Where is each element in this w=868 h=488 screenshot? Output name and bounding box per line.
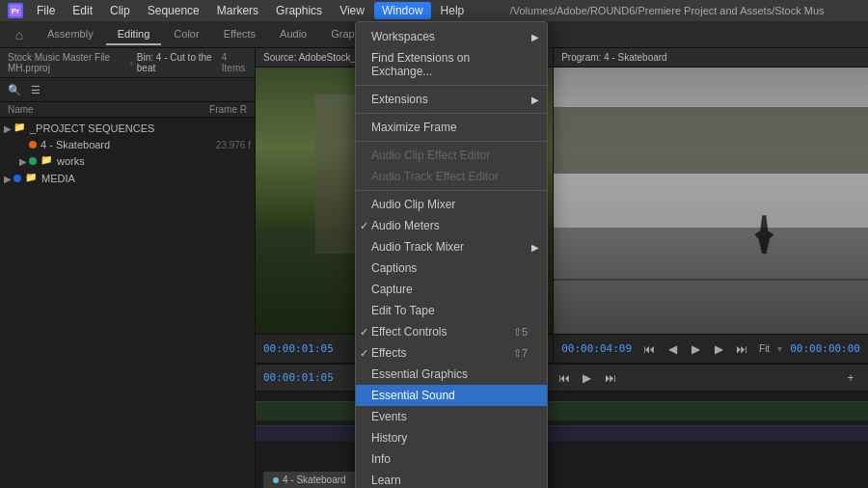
col-name: Name [8,104,34,115]
fit-label: Fit [759,343,770,354]
menu-item-label: Workspaces [371,30,435,43]
timeline-tab[interactable]: 4 - Skateboard [263,472,356,488]
menu-item-label: Audio Track Mixer [371,240,464,254]
menu-item-maximize-frame[interactable]: Maximize Frame [356,117,547,138]
list-icon[interactable]: ☰ [27,81,44,98]
color-indicator [14,175,21,182]
menu-item-captions[interactable]: Captions [356,258,547,279]
menu-item-edit-to-tape[interactable]: Edit To Tape [356,300,547,321]
menu-item-info[interactable]: Info [356,448,547,470]
menu-item-events[interactable]: Events [356,406,547,427]
menu-item-audio-clip-effect-editor: Audio Clip Effect Editor [356,145,547,166]
menu-graphics[interactable]: Graphics [268,2,330,19]
program-panel: Program: 4 - Skateboard 00:0 [554,48,868,363]
menu-item-effects[interactable]: ✓Effects⇧7 [356,342,547,364]
menu-item-audio-meters[interactable]: ✓Audio Meters [356,215,547,236]
menu-item-label: Extensions [371,93,428,106]
menu-item-label: Maximize Frame [371,121,457,134]
menu-item-label: Edit To Tape [371,304,435,317]
menu-item-label: Audio Clip Mixer [371,198,455,211]
program-timecode2: 00:00:00:00 [790,342,860,355]
menu-item-label: History [371,431,407,445]
tab-effects[interactable]: Effects [212,24,267,45]
project-title: Stock Music Master File MH.prproj [8,52,125,73]
menu-item-audio-clip-mixer[interactable]: Audio Clip Mixer [356,194,547,215]
tab-color[interactable]: Color [162,24,210,45]
timeline-next-button[interactable]: ⏭ [601,368,620,388]
item-label: _PROJECT SEQUENCES [30,122,251,134]
menu-separator [356,141,547,142]
search-icon[interactable]: 🔍 [6,81,23,98]
app-icon: Pr [8,3,23,18]
submenu-arrow-icon: ▶ [531,242,539,253]
menu-item-label: Audio Track Effect Editor [371,170,499,183]
menu-item-essential-graphics[interactable]: Essential Graphics [356,364,547,385]
menu-item-capture[interactable]: Capture [356,279,547,300]
timeline-prev-button[interactable]: ⏮ [555,368,574,388]
menu-item-label: Events [371,410,407,423]
menu-separator [356,113,547,114]
menu-item-audio-track-mixer[interactable]: Audio Track Mixer▶ [356,236,547,258]
checkmark-icon: ✓ [360,347,368,360]
prog-step-back-button[interactable]: ◀ [663,339,682,359]
menu-item-workspaces[interactable]: Workspaces▶ [356,26,547,47]
app-title: /Volumes/Adobe/ROUND6/Premiere Project a… [474,5,860,16]
menu-item-label: Essential Graphics [371,367,468,381]
menu-edit[interactable]: Edit [65,2,100,19]
menu-item-audio-track-effect-editor: Audio Track Effect Editor [356,166,547,187]
center-area: Source: AdobeStock_346672602.mov 00:00:0… [256,48,868,488]
menu-item-find-extensions-on-exchange---[interactable]: Find Extensions on Exchange... [356,47,547,82]
menu-item-label: Effect Controls [371,325,447,339]
menu-item-essential-sound[interactable]: Essential Sound [356,385,547,406]
menu-item-extensions[interactable]: Extensions▶ [356,89,547,110]
program-frame [554,68,868,334]
submenu-arrow-icon: ▶ [531,32,539,42]
menu-markers[interactable]: Markers [209,2,266,19]
prog-step-fwd-button[interactable]: ▶ [709,339,728,359]
menu-sequence[interactable]: Sequence [140,2,207,19]
timeline-add-track-button[interactable]: + [841,368,860,388]
items-count: 4 Items [222,52,247,73]
menu-view[interactable]: View [332,2,372,19]
color-indicator [29,157,37,165]
window-dropdown-menu[interactable]: Workspaces▶Find Extensions on Exchange..… [355,21,548,488]
timeline-timecode: 00:00:01:05 [263,371,334,384]
keyboard-shortcut: ⇧7 [513,347,528,360]
menu-help[interactable]: Help [433,2,473,19]
list-item[interactable]: ▶ 📁 MEDIA [0,170,255,187]
list-item[interactable]: ▶ 📁 works [0,152,255,170]
source-timecode: 00:00:01:05 [263,342,334,355]
program-panel-header: Program: 4 - Skateboard [554,48,868,68]
prog-end-button[interactable]: ⏭ [732,339,751,359]
item-label: works [57,155,251,167]
svg-text:Pr: Pr [12,7,19,15]
home-button[interactable]: ⌂ [8,23,31,46]
bin-label: Bin: 4 - Cut to the beat [137,52,214,73]
timeline-tab-dot [273,477,279,483]
timeline-play-button[interactable]: ▶ [578,368,597,388]
menu-file[interactable]: File [29,2,63,19]
folder-icon: 📁 [25,172,39,185]
list-item[interactable]: ▶ 📁 _PROJECT SEQUENCES [0,120,255,137]
list-item[interactable]: ▶ 4 - Skateboard 23.976 f [0,137,255,152]
timeline-header: 00:00:01:05 ⏮ ▶ ⏭ + [256,365,868,392]
menu-item-effect-controls[interactable]: ✓Effect Controls⇧5 [356,321,547,342]
tab-editing[interactable]: Editing [106,24,162,45]
tab-audio[interactable]: Audio [268,24,318,45]
menu-separator [356,190,547,191]
prog-play-button[interactable]: ⏮ [639,339,659,359]
menu-clip[interactable]: Clip [102,2,138,19]
prog-play-pause-button[interactable]: ▶ [686,339,705,359]
menu-item-label: Effects [371,346,406,360]
menu-item-label: Learn [371,474,401,487]
program-title: Program: 4 - Skateboard [561,52,667,63]
item-label: MEDIA [41,173,251,184]
menu-window[interactable]: Window [374,2,431,19]
tab-assembly[interactable]: Assembly [36,24,105,45]
timeline-body: 4 - Skateboard [256,392,868,488]
menu-item-learn[interactable]: Learn [356,470,547,488]
project-list: ▶ 📁 _PROJECT SEQUENCES ▶ 4 - Skateboard … [0,118,255,488]
menu-item-history[interactable]: History [356,427,547,448]
program-controls: 00:00:04:09 ⏮ ◀ ▶ ▶ ⏭ Fit ▾ 00:00:00:00 [554,334,868,363]
folder-icon: 📁 [14,122,27,135]
